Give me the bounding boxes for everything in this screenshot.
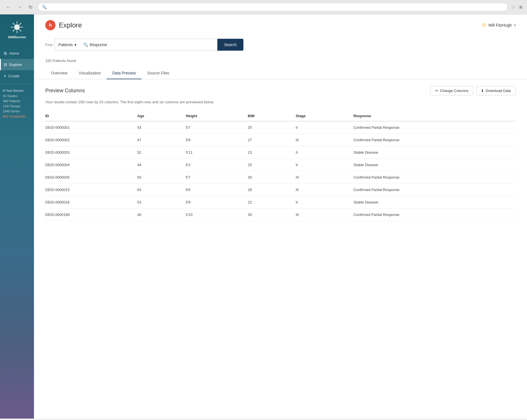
search-type-value: Patients [58, 42, 73, 47]
cell-height: 6'2 [181, 159, 243, 171]
change-columns-label: Change Columns [440, 89, 468, 93]
user-dropdown-arrow-icon: ▾ [514, 23, 516, 27]
cell-stage: III [291, 209, 349, 221]
find-label: Find [45, 43, 52, 47]
search-icon: 🔍 [42, 5, 47, 9]
user-menu[interactable]: ⚙ Will FitzHugh ▾ [482, 22, 516, 28]
explore-page-icon: h [45, 20, 55, 30]
cell-bmi: 25 [243, 159, 291, 171]
back-button[interactable]: ← [5, 3, 12, 11]
col-header-height: Height [181, 111, 243, 121]
download-data-button[interactable]: ⬇ Download Data [476, 86, 516, 95]
cell-height: 5'11 [181, 146, 243, 159]
results-found: 160 Patients found [34, 56, 527, 67]
cell-id: DEID-0000001 [45, 121, 133, 134]
preview-title: Preview Columns [45, 88, 85, 94]
sidebar-stat-assays[interactable]: 1267 Assays [0, 104, 34, 109]
cell-age: 50 [133, 171, 181, 184]
forward-button[interactable]: → [16, 3, 24, 11]
change-columns-button[interactable]: ✏ Change Columns [430, 86, 473, 95]
search-type-dropdown[interactable]: Patients ▾ [55, 39, 80, 51]
sidebar-stat-genes[interactable]: 1840 Genes [0, 109, 34, 114]
cell-stage: II [291, 196, 349, 209]
cell-stage: IV [291, 171, 349, 184]
tabs-row: Overview Visualization Data Preview Sour… [34, 67, 527, 79]
col-header-id: ID [45, 111, 133, 121]
address-input[interactable] [49, 5, 504, 9]
table-row: DEID-0000002475'827IIIConfirmed Partial … [45, 134, 516, 146]
svg-line-6 [19, 29, 21, 31]
cell-stage: II [291, 121, 349, 134]
main-header: h Explore ⚙ Will FitzHugh ▾ [34, 14, 527, 33]
cell-bmi: 25 [243, 121, 291, 134]
explore-icon: ⊟ [4, 62, 7, 67]
cell-response: Confirmed Partial Response [349, 184, 516, 196]
home-icon: ⊞ [4, 51, 7, 55]
tab-source-files[interactable]: Source Files [142, 67, 175, 79]
svg-line-7 [19, 23, 21, 25]
search-input[interactable] [90, 42, 214, 47]
bookmark-star-icon[interactable]: ☆ [511, 4, 516, 10]
cell-id: DEID-0000003 [45, 146, 133, 159]
cell-response: Confirmed Partial Response [349, 171, 516, 184]
browser-menu-icon[interactable]: ≡ [519, 4, 522, 10]
cell-bmi: 28 [243, 184, 291, 196]
sidebar-item-explore[interactable]: ⊟ Explore [0, 59, 34, 70]
cell-height: 5'10 [181, 209, 243, 221]
logo-icon [10, 20, 24, 34]
table-row: DEID-0000015636'028IIIConfirmed Partial … [45, 184, 516, 196]
col-header-stage: Stage [291, 111, 349, 121]
browser-chrome: ← → ↻ 🔍 ☆ ≡ [0, 0, 527, 14]
svg-point-0 [14, 24, 20, 30]
cell-age: 44 [133, 159, 181, 171]
cell-id: DEID-0000002 [45, 134, 133, 146]
table-header-row: ID Age Height BMI Stage Response [45, 111, 516, 121]
app-container: 5AMSunrise ⊞ Home ⊟ Explore ≡ Curate In … [0, 14, 527, 419]
search-area: Find Patients ▾ 🔍 Search [34, 33, 527, 56]
sidebar-logo: 5AMSunrise [5, 17, 29, 42]
results-found-text: 160 Patients found [45, 59, 76, 63]
table-row: DEID-0000004446'225IIStable Disease [45, 159, 516, 171]
tab-overview[interactable]: Overview [45, 67, 73, 79]
cell-response: Stable Disease [349, 196, 516, 209]
tab-data-preview[interactable]: Data Preview [107, 67, 142, 79]
tab-visualization[interactable]: Visualization [73, 67, 106, 79]
cell-bmi: 30 [243, 171, 291, 184]
cell-id: DEID-0000189 [45, 209, 133, 221]
cell-stage: III [291, 134, 349, 146]
cell-height: 6'0 [181, 184, 243, 196]
sidebar-stat-compounds[interactable]: 663 Compounds [0, 114, 34, 119]
dropdown-arrow-icon: ▾ [74, 42, 76, 47]
sidebar-stat-patients[interactable]: 466 Patients [0, 98, 34, 104]
address-bar[interactable]: 🔍 [38, 3, 508, 11]
svg-line-8 [13, 29, 15, 31]
table-row: DEID-0000189405'1030IIIConfirmed Partial… [45, 209, 516, 221]
cell-height: 5'8 [181, 134, 243, 146]
sidebar-item-home-label: Home [9, 51, 19, 55]
svg-line-5 [13, 23, 15, 25]
cell-id: DEID-0000004 [45, 159, 133, 171]
preview-description: Your results contain 200 rows by 20 colu… [45, 100, 516, 104]
col-header-response: Response [349, 111, 516, 121]
sidebar-item-curate[interactable]: ≡ Curate [0, 70, 34, 82]
sidebar-stat-studies[interactable]: 16 Studies [0, 93, 34, 98]
table-row: DEID-0000001435'725IIConfirmed Partial R… [45, 121, 516, 134]
table-header: ID Age Height BMI Stage Response [45, 111, 516, 121]
logo-text: 5AMSunrise [8, 35, 26, 39]
sidebar-item-explore-label: Explore [9, 63, 22, 67]
cell-bmi: 22 [243, 196, 291, 209]
table-row: DEID-0000003525'1123IIStable Disease [45, 146, 516, 159]
download-data-label: Download Data [486, 89, 511, 93]
sidebar-item-home[interactable]: ⊞ Home [0, 48, 34, 59]
preview-header: Preview Columns ✏ Change Columns ⬇ Downl… [45, 86, 516, 95]
cell-height: 5'9 [181, 196, 243, 209]
cell-stage: II [291, 159, 349, 171]
cell-height: 5'7 [181, 121, 243, 134]
search-bar: Find Patients ▾ 🔍 Search [45, 39, 243, 51]
cell-age: 47 [133, 134, 181, 146]
sidebar-navigation: ⊞ Home ⊟ Explore ≡ Curate [0, 48, 34, 82]
refresh-button[interactable]: ↻ [27, 3, 34, 11]
cell-response: Confirmed Partial Response [349, 209, 516, 221]
search-button[interactable]: Search [217, 39, 243, 51]
cell-bmi: 23 [243, 146, 291, 159]
